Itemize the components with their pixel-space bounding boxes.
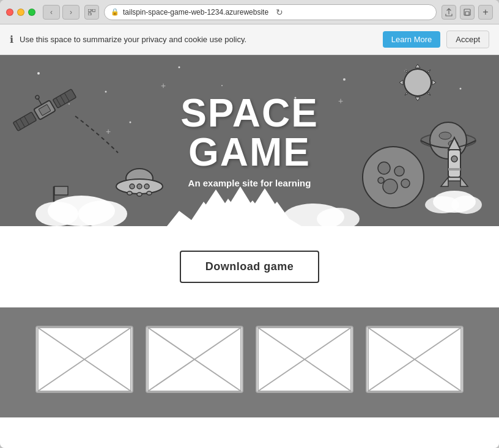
footer-section xyxy=(0,307,499,417)
svg-text:+: + xyxy=(161,81,166,90)
nav-buttons: ‹ › xyxy=(43,5,79,20)
svg-rect-87 xyxy=(368,328,461,391)
address-bar[interactable]: 🔒 tailspin-space-game-web-1234.azurewebs… xyxy=(104,4,437,20)
svg-point-9 xyxy=(343,78,346,81)
svg-point-55 xyxy=(378,162,390,174)
hero-subtitle: An example site for learning xyxy=(188,178,311,188)
svg-point-52 xyxy=(439,132,451,139)
accept-button[interactable]: Accept xyxy=(446,31,489,48)
svg-rect-4 xyxy=(465,12,469,15)
svg-point-11 xyxy=(460,88,462,90)
minimize-button[interactable] xyxy=(17,9,24,16)
svg-point-13 xyxy=(130,122,131,123)
new-tab-button[interactable] xyxy=(460,5,475,20)
browser-window: ‹ › 🔒 tailspin-space-game-web-1234.azure… xyxy=(0,0,499,448)
svg-rect-84 xyxy=(258,328,351,391)
svg-line-79 xyxy=(38,328,131,391)
svg-point-54 xyxy=(363,147,424,208)
lock-icon: 🔒 xyxy=(111,8,119,16)
svg-point-39 xyxy=(137,193,142,196)
svg-point-41 xyxy=(404,69,431,96)
svg-rect-66 xyxy=(448,168,460,171)
svg-point-7 xyxy=(105,91,107,93)
tab-view-button[interactable] xyxy=(84,5,99,20)
traffic-lights xyxy=(6,9,35,16)
svg-point-40 xyxy=(147,191,152,195)
svg-rect-2 xyxy=(88,13,91,15)
placeholder-card-2 xyxy=(146,326,243,393)
placeholder-card-4 xyxy=(366,326,464,393)
download-section: Download game xyxy=(0,226,499,307)
placeholder-card-3 xyxy=(256,326,353,393)
titlebar: ‹ › 🔒 tailspin-space-game-web-1234.azure… xyxy=(0,0,499,24)
svg-rect-32 xyxy=(54,186,68,195)
svg-point-12 xyxy=(68,103,70,105)
svg-point-74 xyxy=(35,202,78,226)
svg-line-85 xyxy=(258,328,351,391)
svg-text:+: + xyxy=(106,127,111,136)
svg-point-8 xyxy=(179,67,180,68)
close-button[interactable] xyxy=(6,9,13,16)
hero-title: SPACE GAME xyxy=(180,94,319,172)
info-icon: ℹ xyxy=(10,34,13,45)
svg-point-58 xyxy=(401,179,410,188)
svg-point-57 xyxy=(383,179,397,194)
back-button[interactable]: ‹ xyxy=(43,5,60,20)
svg-line-89 xyxy=(368,328,461,391)
add-tab-button[interactable]: + xyxy=(478,5,493,20)
svg-rect-65 xyxy=(448,177,460,181)
toolbar-right: + xyxy=(442,5,493,20)
hero-section: + + + xyxy=(0,55,499,226)
svg-line-83 xyxy=(148,328,241,391)
svg-point-56 xyxy=(394,166,404,176)
svg-line-82 xyxy=(148,328,241,391)
svg-point-36 xyxy=(137,184,142,189)
svg-rect-81 xyxy=(148,328,241,391)
svg-line-88 xyxy=(368,328,461,391)
forward-button[interactable]: › xyxy=(62,5,79,20)
svg-point-14 xyxy=(221,85,223,86)
cookie-banner: ℹ Use this space to summarize your priva… xyxy=(0,24,499,55)
maximize-button[interactable] xyxy=(28,9,35,16)
svg-point-69 xyxy=(425,196,459,213)
svg-text:+: + xyxy=(338,96,343,106)
placeholder-card-1 xyxy=(35,326,133,393)
svg-point-38 xyxy=(127,191,132,195)
cookie-text: Use this space to summarize your privacy… xyxy=(20,35,377,44)
svg-point-35 xyxy=(130,184,135,189)
download-game-button[interactable]: Download game xyxy=(180,251,320,283)
svg-rect-0 xyxy=(88,9,91,12)
svg-point-6 xyxy=(37,72,40,75)
page-content: + + + xyxy=(0,55,499,448)
share-button[interactable] xyxy=(442,5,456,20)
svg-point-75 xyxy=(78,200,127,226)
svg-line-80 xyxy=(38,328,131,391)
svg-rect-78 xyxy=(38,328,131,391)
svg-rect-60 xyxy=(448,150,460,177)
learn-more-button[interactable]: Learn More xyxy=(383,31,440,48)
url-text: tailspin-space-game-web-1234.azurewebsit… xyxy=(123,8,268,17)
svg-point-37 xyxy=(144,184,149,189)
svg-point-62 xyxy=(451,156,457,162)
svg-point-59 xyxy=(378,177,384,183)
svg-line-86 xyxy=(258,328,351,391)
refresh-button[interactable]: ↻ xyxy=(272,5,287,20)
svg-rect-1 xyxy=(92,9,95,12)
